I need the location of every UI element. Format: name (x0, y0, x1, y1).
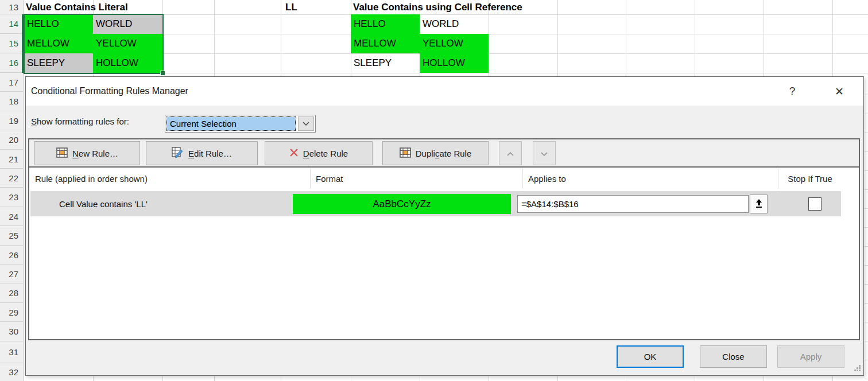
applies-to-input[interactable]: =$A$14:$B$16 (517, 195, 749, 213)
row-header-column: 13 14 15 16 17 18 19 20 21 22 23 24 25 2… (0, 0, 24, 381)
new-rule-button[interactable]: New Rule… (34, 141, 140, 165)
column-divider (778, 169, 778, 189)
fill-handle[interactable] (160, 71, 165, 76)
show-rules-label: Show formatting rules for: (31, 112, 129, 130)
row-header-23[interactable]: 23 (0, 188, 24, 207)
row-header-22[interactable]: 22 (0, 169, 24, 188)
row-header-13[interactable]: 13 (0, 0, 24, 14)
rule-row[interactable]: Cell Value contains 'LL' AaBbCcYyZz =$A$… (30, 191, 841, 216)
row-header-20[interactable]: 20 (0, 130, 24, 150)
cell-f14[interactable]: HELLO (351, 14, 420, 34)
help-button[interactable]: ? (782, 77, 802, 106)
format-preview: AaBbCcYyZz (293, 194, 511, 214)
row-header-31[interactable]: 31 (0, 341, 24, 363)
row-header-27[interactable]: 27 (0, 265, 24, 283)
column-divider (310, 169, 311, 189)
rules-groupbox: New Rule… Edit Rule… Delete Rule Duplica… (28, 138, 860, 340)
scope-dropdown[interactable]: Current Selection (165, 115, 316, 133)
move-rule-up-button[interactable] (499, 141, 522, 165)
gridline (281, 376, 281, 381)
column-header-stop-if-true: Stop If True (778, 168, 842, 190)
collapse-dialog-button[interactable] (750, 195, 768, 213)
gridline (695, 376, 695, 381)
gridline (281, 0, 281, 76)
stop-if-true-checkbox[interactable] (808, 197, 822, 211)
row-header-32[interactable]: 32 (0, 363, 24, 381)
row-header-24[interactable]: 24 (0, 207, 24, 226)
gridline (764, 376, 764, 381)
gridline (420, 376, 420, 381)
cell-a13-header[interactable]: Value Contains Literal (26, 1, 128, 14)
row-header-14[interactable]: 14 (0, 14, 24, 34)
cell-f13-header[interactable]: Value Contains using Cell Reference (353, 1, 522, 14)
delete-rule-button[interactable]: Delete Rule (265, 141, 373, 165)
rule-description: Cell Value contains 'LL' (59, 191, 148, 216)
cell-e13-header[interactable]: LL (285, 1, 297, 14)
chevron-down-icon (540, 149, 548, 158)
gridline (695, 0, 695, 76)
column-divider (522, 169, 523, 189)
gridline (626, 0, 626, 76)
chevron-down-icon[interactable] (298, 116, 314, 131)
row-header-25[interactable]: 25 (0, 226, 24, 246)
gridline (832, 376, 833, 381)
delete-rule-label: Delete Rule (303, 149, 348, 158)
row-header-15[interactable]: 15 (0, 34, 24, 53)
duplicate-rule-button[interactable]: Duplicate Rule (382, 141, 489, 165)
row-header-29[interactable]: 29 (0, 303, 24, 322)
excel-screen: 13 14 15 16 17 18 19 20 21 22 23 24 25 2… (0, 0, 868, 381)
cell-f15[interactable]: MELLOW (351, 34, 420, 53)
close-icon[interactable]: ✕ (830, 77, 849, 106)
row-header-18[interactable]: 18 (0, 92, 24, 111)
row-header-21[interactable]: 21 (0, 150, 24, 169)
resize-grip[interactable] (852, 365, 861, 373)
column-header-rule: Rule (applied in order shown) (35, 168, 309, 190)
gridline (214, 376, 215, 381)
gridline (764, 0, 764, 76)
gridline (162, 376, 163, 381)
new-rule-icon (56, 147, 68, 160)
collapse-arrow-icon (755, 199, 763, 210)
row-header-30[interactable]: 30 (0, 322, 24, 341)
gridline (93, 376, 94, 381)
duplicate-rule-label: Duplicate Rule (416, 149, 472, 158)
column-header-applies-to: Applies to (528, 168, 775, 190)
ok-button[interactable]: OK (617, 345, 684, 368)
cell-g15[interactable]: YELLOW (420, 34, 489, 53)
selection-border (24, 14, 164, 74)
row-header-16[interactable]: 16 (0, 53, 24, 73)
dialog-title: Conditional Formatting Rules Manager (31, 77, 188, 106)
cell-g16[interactable]: HOLLOW (420, 53, 489, 73)
row-header-28[interactable]: 28 (0, 283, 24, 303)
gridline (557, 0, 558, 76)
move-rule-down-button[interactable] (533, 141, 556, 165)
edit-rule-label: Edit Rule… (188, 149, 232, 158)
edit-rule-button[interactable]: Edit Rule… (146, 141, 258, 165)
column-header-format: Format (316, 168, 517, 190)
row-header-26[interactable]: 26 (0, 246, 24, 265)
label-key: S (31, 116, 37, 126)
gridline (832, 0, 833, 76)
new-rule-label: New Rule… (72, 149, 118, 158)
gridline (557, 376, 558, 381)
gridline (351, 376, 351, 381)
rules-toolbar: New Rule… Edit Rule… Delete Rule Duplica… (29, 139, 859, 168)
delete-x-icon (289, 148, 299, 159)
gridline (626, 376, 626, 381)
duplicate-rule-icon (400, 147, 411, 160)
scope-dropdown-value: Current Selection (166, 116, 296, 131)
cf-rules-manager-dialog: Conditional Formatting Rules Manager ? ✕… (25, 76, 864, 376)
sheet-right-sliver (865, 76, 868, 381)
chevron-up-icon (506, 149, 514, 158)
row-header-17[interactable]: 17 (0, 73, 24, 92)
row-header-19[interactable]: 19 (0, 111, 24, 130)
gridline (489, 376, 489, 381)
label-post: how formatting rules for: (37, 116, 129, 126)
edit-rule-icon (172, 147, 184, 160)
cell-g14[interactable]: WORLD (420, 14, 489, 34)
apply-button[interactable]: Apply (777, 345, 844, 368)
gridline (214, 0, 215, 76)
cell-f16[interactable]: SLEEPY (351, 53, 420, 73)
close-button[interactable]: Close (700, 345, 767, 368)
dialog-titlebar[interactable]: Conditional Formatting Rules Manager ? ✕ (26, 77, 863, 106)
